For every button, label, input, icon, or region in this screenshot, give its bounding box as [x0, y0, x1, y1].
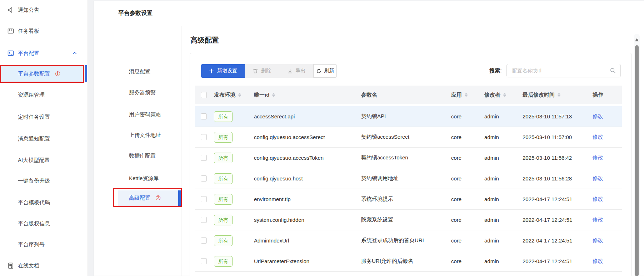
cell-time: 2025-03-10 11:57:13 [518, 106, 588, 127]
sidebar-item-label: 消息通知配置 [18, 136, 50, 142]
sidebar: 通知公告 任务看板 平台配置 平台参数配置 ① 资源组管理 定时任务设置 消息通… [0, 0, 88, 276]
sidebar-item-platform-config[interactable]: 平台配置 [0, 46, 88, 61]
sidebar-item-template-code[interactable]: 平台模板代码 [0, 195, 88, 210]
search-area: 搜索: [489, 64, 621, 77]
row-checkbox[interactable] [201, 134, 207, 140]
search-input[interactable] [506, 64, 621, 77]
column-header-modifier[interactable]: 修改者 [480, 86, 518, 104]
column-header-id[interactable]: 唯一id [250, 86, 357, 104]
tab-message-config[interactable]: 消息配置 [94, 64, 181, 78]
sort-icon[interactable] [503, 93, 506, 97]
cell-param: 契约锁调用地址 [357, 168, 447, 189]
cell-time: 2025-03-10 11:56:42 [518, 148, 588, 168]
cell-app: core [447, 106, 480, 127]
cell-time: 2022-04-17 12:24:51 [518, 210, 588, 230]
table-header-row: 发布环境 唯一id 参数名 应用 修改者 [195, 86, 622, 104]
sidebar-item-task-board[interactable]: 任务看板 [0, 24, 88, 39]
edit-link[interactable]: 修改 [593, 237, 603, 244]
cell-time: 2025-03-10 11:57:00 [518, 127, 588, 147]
env-badge: 所有 [214, 235, 233, 246]
tab-kettle-repository[interactable]: Kettle资源库 [94, 171, 181, 185]
tab-upload-file-address[interactable]: 上传文件地址 [94, 128, 181, 142]
delete-button[interactable]: 删除 [245, 64, 279, 78]
cell-param: 契约锁accessSerect [357, 127, 447, 147]
search-icon[interactable] [610, 67, 616, 74]
select-all-checkbox[interactable] [201, 92, 207, 98]
sidebar-item-platform-parameter-config[interactable]: 平台参数配置 ① [0, 65, 84, 83]
row-checkbox[interactable] [201, 217, 207, 223]
row-checkbox[interactable] [201, 237, 207, 244]
sort-icon[interactable] [465, 93, 468, 97]
row-checkbox[interactable] [201, 258, 207, 264]
row-checkbox[interactable] [201, 175, 207, 182]
document-icon [7, 262, 14, 269]
table-row: 所有 UrlParameterExtension 服务URI允许的后缀名 cor… [195, 251, 622, 272]
cell-param: 契约锁accessToken [357, 148, 447, 168]
sidebar-item-notice[interactable]: 通知公告 [0, 2, 88, 17]
cell-app: core [447, 251, 480, 271]
table-row: 所有 system.config.hidden 隐藏系统设置 core admi… [195, 210, 622, 230]
annotation-1-badge: ① [55, 70, 60, 78]
sidebar-item-message-notify-config[interactable]: 消息通知配置 [0, 131, 88, 146]
download-icon [287, 68, 293, 74]
tab-label: 用户密码策略 [129, 111, 161, 118]
delete-label: 删除 [261, 68, 271, 74]
sort-icon[interactable] [272, 93, 275, 97]
column-header-app[interactable]: 应用 [447, 86, 480, 104]
row-checkbox[interactable] [201, 113, 207, 119]
tab-label: 服务器预警 [129, 89, 156, 96]
edit-link[interactable]: 修改 [593, 113, 603, 120]
tab-label: Kettle资源库 [129, 175, 159, 182]
sidebar-item-online-docs[interactable]: 在线文档 [0, 258, 88, 273]
table-row: 所有 accessSerect.api 契约锁API core admin 20… [195, 106, 622, 127]
trash-icon [253, 68, 258, 74]
cell-modifier: admin [480, 168, 518, 189]
scroll-up-arrow-icon[interactable] [635, 38, 639, 41]
cell-app: core [447, 189, 480, 209]
tab-database-config[interactable]: 数据库配置 [94, 149, 181, 163]
megaphone-icon [7, 6, 14, 14]
vertical-scrollbar[interactable] [634, 34, 640, 276]
config-table: 发布环境 唯一id 参数名 应用 修改者 [195, 86, 622, 272]
sidebar-item-label: 任务看板 [18, 28, 39, 35]
sidebar-item-scheduled-tasks[interactable]: 定时任务设置 [0, 109, 88, 124]
row-checkbox[interactable] [201, 196, 207, 202]
edit-link[interactable]: 修改 [593, 258, 603, 265]
sidebar-item-serial-number[interactable]: 平台序列号 [0, 237, 88, 252]
edit-link[interactable]: 修改 [593, 134, 603, 140]
sidebar-item-backup-upgrade[interactable]: 一键备份升级 [0, 173, 88, 188]
add-setting-button[interactable]: 新增设置 [201, 64, 245, 78]
refresh-button[interactable]: 刷新 [313, 64, 337, 78]
sidebar-item-resource-group[interactable]: 资源组管理 [0, 87, 88, 102]
column-header-time[interactable]: 最后修改时间 [518, 86, 588, 104]
cell-modifier: admin [480, 230, 518, 251]
tab-advanced-config[interactable]: 高级配置 ② [118, 190, 181, 206]
cell-app: core [447, 168, 480, 189]
edit-link[interactable]: 修改 [593, 175, 603, 182]
sidebar-item-label: AI大模型配置 [18, 157, 50, 164]
export-button[interactable]: 导出 [279, 64, 313, 78]
row-checkbox[interactable] [201, 155, 207, 161]
sort-icon[interactable] [238, 93, 241, 97]
cell-time: 2022-04-17 12:24:51 [518, 230, 588, 251]
cell-param: 隐藏系统设置 [357, 210, 447, 230]
tab-label: 消息配置 [129, 68, 150, 75]
sidebar-item-ai-model-config[interactable]: AI大模型配置 [0, 153, 88, 168]
edit-link[interactable]: 修改 [593, 216, 603, 223]
sort-icon[interactable] [558, 93, 560, 97]
cell-app: core [447, 148, 480, 168]
cell-app: core [447, 230, 480, 251]
cell-param: 契约锁API [357, 106, 447, 127]
cell-id: environment.tip [250, 189, 357, 209]
column-header-env[interactable]: 发布环境 [210, 86, 250, 104]
cell-modifier: admin [480, 106, 518, 127]
tab-password-policy[interactable]: 用户密码策略 [94, 107, 181, 122]
add-setting-label: 新增设置 [217, 68, 237, 74]
tab-server-warning[interactable]: 服务器预警 [94, 85, 181, 99]
edit-link[interactable]: 修改 [593, 154, 603, 161]
cell-modifier: admin [480, 148, 518, 168]
sidebar-item-copyright-info[interactable]: 平台版权信息 [0, 216, 88, 231]
edit-link[interactable]: 修改 [593, 196, 603, 203]
refresh-label: 刷新 [324, 68, 334, 74]
scrollbar-thumb[interactable] [635, 45, 639, 276]
